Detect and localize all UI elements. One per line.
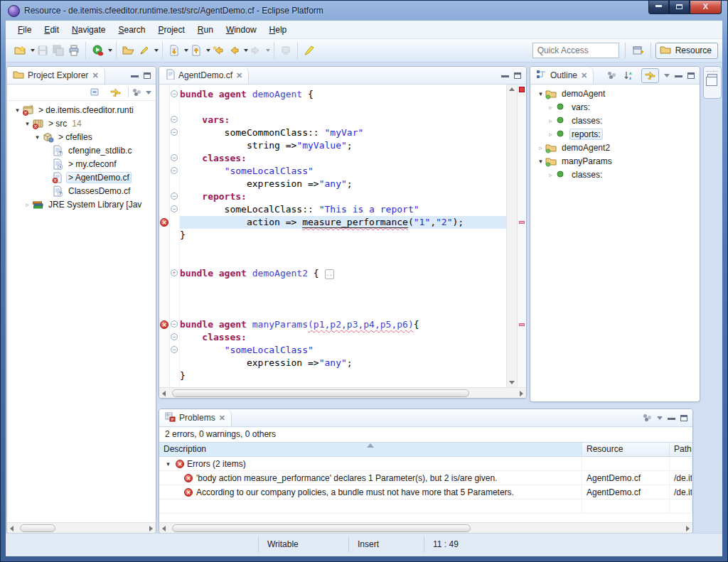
overview-error-mark[interactable] (519, 323, 525, 326)
next-annotation-button[interactable] (166, 43, 182, 58)
outline-item-reports[interactable]: ▹reports: (533, 127, 700, 141)
collapse-arrow-icon[interactable]: ▾ (13, 107, 22, 114)
code-line-16[interactable] (180, 280, 506, 293)
maximize-view-icon[interactable] (514, 72, 521, 79)
code-line-14[interactable] (180, 254, 506, 267)
tab-agentdemo[interactable]: AgentDemo.cf ✕ (159, 67, 249, 84)
fold-collapse-icon[interactable]: − (171, 346, 178, 353)
editor-text-area[interactable]: bundle agent demoAgent { vars: someCommo… (180, 85, 506, 387)
code-line-5[interactable]: string =>"myValue"; (180, 139, 506, 152)
problem-row[interactable]: ✕'body action measure_performance' decla… (159, 471, 692, 485)
collapse-arrow-icon[interactable]: ▾ (536, 90, 545, 97)
minimize-view-icon[interactable] (131, 74, 139, 77)
tab-project-explorer[interactable]: Project Explorer ✕ (7, 67, 105, 84)
chevron-down-icon[interactable] (154, 49, 159, 52)
close-button[interactable]: X (690, 1, 722, 14)
minimize-view-icon[interactable] (501, 74, 509, 77)
save-all-button[interactable] (50, 43, 66, 58)
project-item-agentdemo-cf[interactable]: > AgentDemo.cf (10, 171, 156, 184)
forward-button[interactable] (248, 43, 264, 58)
column-path[interactable]: Path (670, 443, 692, 456)
minimize-button[interactable] (648, 1, 669, 14)
outline-item-classes[interactable]: ▹classes: (533, 114, 700, 127)
code-line-10[interactable]: someLocalClass:: "This is a report" (180, 203, 506, 216)
run-external-button[interactable] (90, 43, 106, 58)
menu-help[interactable]: Help (263, 23, 294, 37)
fold-collapse-icon[interactable]: − (171, 116, 178, 123)
maximize-view-icon[interactable] (144, 72, 151, 79)
restore-view-icon[interactable] (707, 74, 717, 82)
overview-error-indicator[interactable] (519, 87, 525, 92)
problem-row[interactable]: ✕According to our company policies, a bu… (159, 485, 692, 499)
collapse-arrow-icon[interactable]: ▾ (33, 134, 42, 141)
new-wizard-button[interactable] (12, 43, 28, 58)
outline-item-demoagent[interactable]: ▾demoAgent (533, 87, 700, 100)
back-button[interactable] (226, 43, 242, 58)
maximize-button[interactable] (669, 1, 690, 14)
close-icon[interactable]: ✕ (581, 71, 587, 80)
minimize-view-icon[interactable] (668, 416, 675, 420)
view-menu-arrow-icon[interactable] (664, 74, 670, 77)
code-line-11[interactable]: action => measure_performance("1","2"); (180, 216, 506, 229)
close-icon[interactable]: ✕ (219, 414, 225, 423)
overview-error-mark[interactable] (519, 221, 525, 224)
tab-problems[interactable]: Problems ✕ (159, 409, 232, 426)
project-item-my-cfeconf[interactable]: > my.cfeconf (10, 157, 156, 171)
error-marker-icon[interactable]: ✕ (160, 218, 168, 227)
view-menu-icon[interactable] (608, 72, 616, 79)
code-line-6[interactable]: classes: (180, 152, 506, 165)
menu-project[interactable]: Project (151, 23, 191, 37)
maximize-view-icon[interactable] (680, 415, 687, 421)
close-icon[interactable]: ✕ (236, 71, 242, 80)
code-line-7[interactable]: "someLocalClass" (180, 165, 506, 178)
project-explorer-hscrollbar[interactable] (7, 522, 156, 533)
code-line-8[interactable]: expression =>"any"; (180, 178, 506, 190)
fold-collapse-icon[interactable]: − (171, 129, 178, 136)
menu-navigate[interactable]: Navigate (65, 23, 112, 37)
pin-button[interactable] (278, 43, 294, 58)
fold-collapse-icon[interactable]: − (171, 154, 178, 161)
view-menu-icon[interactable] (133, 89, 141, 96)
fold-expand-icon[interactable]: + (171, 269, 178, 276)
project-item-src[interactable]: ▾> src14 (10, 117, 156, 130)
project-item-classesdemo-cf[interactable]: ?ClassesDemo.cf (10, 184, 156, 198)
code-line-13[interactable] (180, 242, 506, 254)
open-folder-button[interactable] (120, 43, 136, 58)
outline-item-classes[interactable]: ▹classes: (533, 168, 700, 181)
menu-search[interactable]: Search (112, 23, 151, 37)
editor-vscrollbar[interactable] (506, 85, 517, 387)
error-marker-icon[interactable]: ✕ (160, 320, 168, 329)
editor-folding-ruler[interactable]: −−−−−−−+−−− (170, 85, 180, 387)
pen-button[interactable] (136, 43, 152, 58)
code-line-15[interactable]: bundle agent demoAgent2 { .. (180, 267, 506, 280)
code-line-21[interactable]: "someLocalClass" (180, 344, 506, 357)
collapse-arrow-icon[interactable]: ▾ (164, 460, 173, 468)
expand-arrow-icon[interactable]: ▹ (536, 144, 545, 151)
resource-perspective-button[interactable]: Resource (655, 43, 718, 59)
tab-outline[interactable]: Outline ✕ (530, 67, 594, 84)
fold-collapse-icon[interactable]: − (171, 333, 178, 340)
code-line-1[interactable]: bundle agent demoAgent { (180, 88, 506, 101)
last-edit-button[interactable] (210, 43, 226, 58)
link-with-editor-button[interactable] (107, 86, 124, 99)
fold-collapse-icon[interactable]: − (171, 320, 178, 328)
quick-access-input[interactable] (532, 43, 619, 58)
print-button[interactable] (66, 43, 82, 58)
menu-run[interactable]: Run (191, 23, 220, 37)
chevron-down-icon[interactable] (266, 49, 270, 52)
save-button[interactable] (35, 43, 50, 58)
code-line-19[interactable]: bundle agent manyParams(p1,p2,p3,p4,p5,p… (180, 318, 506, 331)
minimize-view-icon[interactable] (675, 74, 682, 77)
chevron-down-icon[interactable] (108, 49, 112, 52)
collapse-arrow-icon[interactable]: ▾ (536, 158, 545, 165)
fold-collapse-icon[interactable]: − (171, 167, 178, 174)
marker-button[interactable] (301, 43, 317, 58)
fold-collapse-icon[interactable]: − (171, 193, 178, 200)
code-line-12[interactable]: } (180, 229, 506, 242)
code-line-4[interactable]: someCommonClass:: "myVar" (180, 126, 506, 139)
close-icon[interactable]: ✕ (92, 71, 98, 80)
expand-arrow-icon[interactable]: ▹ (546, 104, 555, 111)
expand-arrow-icon[interactable]: ▹ (23, 201, 32, 208)
expand-arrow-icon[interactable]: ▹ (546, 117, 555, 124)
code-line-22[interactable]: expression =>"any"; (180, 357, 506, 369)
